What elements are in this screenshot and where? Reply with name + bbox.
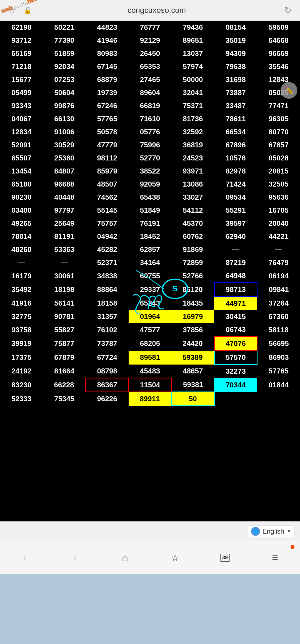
table-cell: 71218 [0,60,43,73]
table-cell: 38522 [129,165,171,178]
content-area: ✏️ 62198 50221 44823 76777 79436 08154 5… [0,21,300,521]
table-cell-highlighted: 59389 [171,351,214,365]
table-cell: 92059 [129,178,171,191]
table-cell: 31698 [214,73,257,86]
table-cell: 44823 [86,21,129,34]
table-row: 16179 30061 34838 60755 52766 64948 0619… [0,269,300,283]
table-cell: 48507 [86,178,129,191]
table-cell: 32041 [171,86,214,99]
table-cell: 48260 [0,243,43,256]
table-cell: 49265 [0,217,43,230]
tabs-button[interactable]: 39 [200,541,250,574]
table-cell: 80983 [86,47,129,60]
table-cell: 31357 [86,310,129,323]
table-cell: 32273 [214,365,257,378]
table-cell: 82978 [214,165,257,178]
table-row: 83230 66228 86367 11504 59381 70344 0184… [0,378,300,392]
table-cell: 93758 [0,323,43,337]
table-cell: 81664 [43,365,86,378]
table-cell: 52766 [171,269,214,283]
table-cell: 65353 [129,60,171,73]
table-cell: 57765 [86,112,129,125]
table-cell: 87219 [214,256,257,269]
table-cell: 06194 [257,269,300,283]
table-cell: 45282 [86,243,129,256]
bookmarks-button[interactable]: ☆ [150,541,200,574]
table-cell [129,406,171,422]
table-cell: 72859 [171,256,214,269]
table-cell [0,422,43,439]
table-cell: 67896 [214,138,257,152]
table-cell: 57974 [171,60,214,73]
table-cell: 08154 [214,21,257,34]
favorite-button[interactable]: ☆ [6,5,19,16]
table-cell: 59381 [171,378,214,392]
table-cell: 60762 [171,230,214,243]
table-cell: 13037 [171,47,214,60]
table-cell: 77471 [257,99,300,112]
table-cell: 75757 [86,217,129,230]
table-cell: 94309 [214,47,257,60]
url-bar[interactable]: congcuxoso.com [32,6,281,15]
table-cell: 78611 [214,112,257,125]
table-cell: 25380 [43,152,86,165]
menu-button[interactable]: ≡ [250,541,300,574]
table-cell [214,406,257,422]
table-cell: 06743 [214,323,257,337]
table-cell: 79638 [214,60,257,73]
table-cell: 81736 [171,112,214,125]
table-cell: 75345 [43,392,86,406]
table-cell: 05776 [129,125,171,138]
table-cell: 92034 [43,60,86,73]
table-cell: 91869 [171,243,214,256]
bookmarks-icon: ☆ [171,552,179,563]
table-cell: 18158 [86,297,129,310]
table-cell: 45483 [129,365,171,378]
table-cell: 74562 [86,191,129,204]
reload-button[interactable]: ↻ [281,5,294,16]
table-cell: 52770 [129,152,171,165]
back-button[interactable]: ‹ [0,541,50,574]
table-row: 48260 53363 45282 62857 91869 — — [0,243,300,256]
table-cell: 05028 [257,152,300,165]
table-cell: 62857 [129,243,171,256]
table-cell: 48657 [171,365,214,378]
table-row [0,439,300,456]
tabs-count: 39 [222,555,228,560]
table-cell: 96305 [257,112,300,125]
table-cell: 41916 [0,297,43,310]
table-cell: 17375 [0,351,43,365]
table-cell: 68879 [86,73,129,86]
table-cell: 52371 [86,256,129,269]
home-button[interactable]: ⌂ [100,541,150,574]
table-cell: 86903 [257,351,300,365]
table-cell: 39597 [214,217,257,230]
table-cell: 04942 [86,230,129,243]
language-selector[interactable]: 🌐 English ▼ [248,526,294,537]
table-cell: 67145 [86,60,129,73]
table-cell [257,406,300,422]
table-cell: 13454 [0,165,43,178]
table-cell: 25649 [43,217,86,230]
table-cell-highlighted: 11504 [129,378,171,392]
table-cell: 66534 [214,125,257,138]
table-cell: 54112 [171,204,214,217]
table-cell: 47779 [86,138,129,152]
edit-fab[interactable]: ✏️ [281,82,297,99]
table-cell: 55827 [43,323,86,337]
table-cell: 36819 [171,138,214,152]
table-row: 93758 55827 76102 47577 37856 06743 5811… [0,323,300,337]
table-cell: — [43,256,86,269]
menu-icon: ≡ [272,552,278,564]
table-cell: 67724 [86,351,129,365]
table-cell: 30415 [214,310,257,323]
table-cell [86,406,129,422]
table-cell: 76191 [129,217,171,230]
table-row: 32775 90781 31357 01964 16979 30415 6736… [0,310,300,323]
forward-button[interactable]: › [50,541,100,574]
table-row: 65180 96688 48507 92059 13086 71424 3250… [0,178,300,191]
table-cell: 08798 [86,365,129,378]
table-cell [257,392,300,406]
table-cell: 20040 [257,217,300,230]
table-cell: 50604 [43,86,86,99]
